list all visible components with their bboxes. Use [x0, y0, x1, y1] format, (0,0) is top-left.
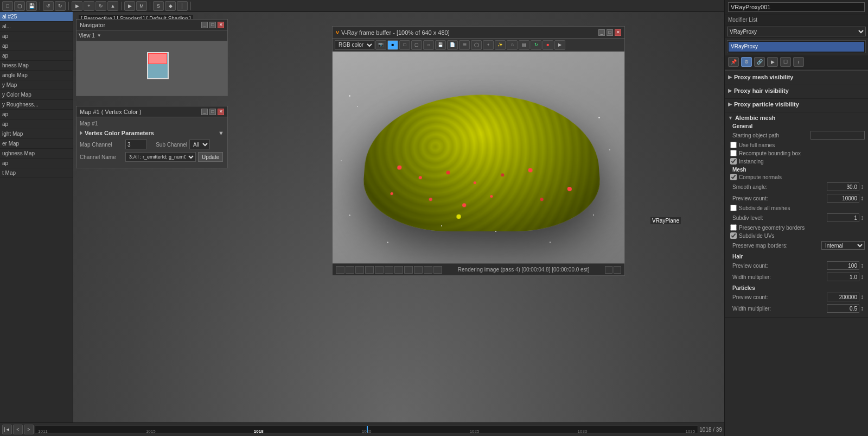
left-panel-item-ap2[interactable]: ap	[0, 41, 73, 51]
alembic-mesh-title[interactable]: ▼ Alembic mesh	[728, 115, 865, 121]
fb-color3-btn[interactable]: ▢	[411, 40, 422, 50]
recompute-bb-checkbox[interactable]	[730, 150, 737, 156]
navigator-close[interactable]: ✕	[218, 22, 224, 28]
fb-close[interactable]: ✕	[615, 29, 621, 36]
toolbar-mirror[interactable]: ◆	[165, 1, 176, 11]
left-panel-item-er[interactable]: er Map	[0, 139, 73, 149]
particles-preview-count-input[interactable]	[827, 293, 859, 301]
toolbar-material[interactable]: M	[136, 1, 147, 11]
starting-object-path-input[interactable]	[810, 131, 865, 140]
left-panel-item-y[interactable]: y Map	[0, 80, 73, 90]
fb-zoom-btn[interactable]: ▶	[554, 40, 565, 50]
object-name-input[interactable]	[728, 2, 865, 12]
map-minimize[interactable]: _	[201, 109, 208, 115]
rp-icon-info[interactable]: i	[793, 57, 804, 67]
toolbar-snap[interactable]: S	[153, 1, 164, 11]
preserve-geo-checkbox[interactable]	[730, 224, 737, 231]
fb-minimize[interactable]: _	[598, 29, 605, 36]
subdivide-all-checkbox[interactable]	[730, 205, 737, 211]
fb-stop-btn[interactable]: ■	[542, 40, 553, 50]
toolbar-scale[interactable]: ▲	[107, 1, 118, 11]
fb-hist-btn[interactable]: ▤	[519, 40, 529, 50]
fb-lens-btn[interactable]: ◯	[471, 40, 482, 50]
toolbar-open[interactable]: ▢	[14, 1, 25, 11]
left-panel-item-ugh[interactable]: ughness Map	[0, 149, 73, 159]
compute-normals-checkbox[interactable]	[730, 174, 737, 180]
left-panel-item-ap1[interactable]: ap	[0, 31, 73, 41]
toolbar-save[interactable]: 💾	[26, 1, 37, 11]
particles-width-input[interactable]	[827, 304, 859, 313]
toolbar-align[interactable]: │	[177, 1, 188, 11]
toolbar-move[interactable]: +	[84, 1, 94, 11]
fb-color2-btn[interactable]: □	[399, 40, 410, 50]
hair-preview-count-spinner[interactable]: ↕	[859, 262, 865, 269]
color-mode-select[interactable]: RGB color	[335, 40, 374, 50]
rp-icon-wrench[interactable]: ⚙	[741, 57, 752, 67]
preserve-map-borders-select[interactable]: Internal None Fixed	[821, 241, 865, 250]
fb-wand-btn[interactable]: ✨	[495, 40, 506, 50]
map-channel-input[interactable]	[125, 140, 147, 149]
subdivide-uvs-checkbox[interactable]	[730, 232, 737, 239]
fb-refresh-btn[interactable]: ↻	[531, 40, 541, 50]
fb-color1-btn[interactable]: ■	[387, 40, 398, 50]
fb-cross-btn[interactable]: +	[483, 40, 494, 50]
left-panel-item-yrough[interactable]: y Roughness...	[0, 100, 73, 110]
toolbar-rotate[interactable]: ↻	[95, 1, 106, 11]
fb-circle-btn[interactable]: ○	[423, 40, 434, 50]
smooth-angle-input[interactable]	[827, 182, 859, 191]
fb-save1-btn[interactable]: 💾	[435, 40, 446, 50]
channel-name-select[interactable]: 3:All : r_emitterId; g_numCi	[125, 152, 196, 162]
use-full-names-checkbox[interactable]	[730, 142, 737, 148]
modifier-item-vrayproxy[interactable]: VRayProxy	[729, 42, 864, 52]
modifier-list-select[interactable]: VRayProxy	[727, 27, 866, 36]
left-panel-item-angle[interactable]: angle Map	[0, 71, 73, 80]
map-close[interactable]: ✕	[218, 109, 224, 115]
toolbar-new[interactable]: □	[2, 1, 13, 11]
left-panel-item-t[interactable]: t Map	[0, 168, 73, 178]
toolbar-select[interactable]: ▶	[72, 1, 82, 11]
navigator-minimize[interactable]: _	[201, 22, 208, 28]
left-panel-item-ap5[interactable]: ap	[0, 119, 73, 129]
smooth-angle-spinner[interactable]: ↕	[859, 183, 865, 191]
left-panel-item-ap6[interactable]: ap	[0, 159, 73, 168]
timeline-prev-btn[interactable]: <	[13, 425, 23, 434]
update-button[interactable]: Update	[198, 152, 223, 162]
preview-count-spinner[interactable]: ↕	[859, 194, 865, 202]
left-panel-item-ap4[interactable]: ap	[0, 110, 73, 119]
hair-width-spinner[interactable]: ↕	[859, 273, 865, 281]
proxy-hair-visibility-title[interactable]: ▶ Proxy hair visibility	[728, 87, 865, 94]
toolbar-render[interactable]: ▶	[124, 1, 135, 11]
toolbar-redo[interactable]: ↻	[55, 1, 66, 11]
navigator-view-arrow[interactable]: ▼	[97, 33, 101, 38]
rp-icon-pin[interactable]: 📌	[728, 57, 739, 67]
fb-save2-btn[interactable]: 📄	[447, 40, 458, 50]
instancing-checkbox[interactable]	[730, 158, 737, 165]
left-panel-item-highlight[interactable]: al #25	[0, 12, 73, 22]
left-panel-item-ap3[interactable]: ap	[0, 51, 73, 61]
left-panel-item-ycolor[interactable]: y Color Map	[0, 90, 73, 100]
particles-preview-count-spinner[interactable]: ↕	[859, 293, 865, 301]
timeline-bar[interactable]: 1011 1015 1018 1020 1025 1030 1035	[35, 426, 698, 433]
left-panel-item-hness[interactable]: hness Map	[0, 61, 73, 71]
proxy-particle-visibility-title[interactable]: ▶ Proxy particle visibility	[728, 101, 865, 108]
hair-preview-count-input[interactable]	[827, 261, 859, 270]
navigator-maximize[interactable]: □	[209, 22, 216, 28]
sub-channel-select[interactable]: All	[189, 140, 210, 149]
map-maximize[interactable]: □	[209, 109, 216, 115]
hair-width-input[interactable]	[827, 273, 859, 281]
rp-icon-layers[interactable]: ☐	[780, 57, 791, 67]
fb-maximize[interactable]: □	[607, 29, 613, 36]
fb-display-btn[interactable]: ♘	[507, 40, 518, 50]
left-panel-item-ight[interactable]: ight Map	[0, 129, 73, 139]
fb-cam-btn[interactable]: 📷	[375, 40, 386, 50]
left-panel-item-al[interactable]: al...	[0, 22, 73, 31]
fb-load-btn[interactable]: ☰	[459, 40, 470, 50]
subdiv-level-spinner[interactable]: ↕	[859, 214, 865, 222]
toolbar-undo[interactable]: ↺	[43, 1, 54, 11]
rp-icon-anim[interactable]: ▶	[767, 57, 778, 67]
particles-width-spinner[interactable]: ↕	[859, 305, 865, 312]
preview-count-input[interactable]	[827, 194, 859, 203]
subdiv-level-input[interactable]	[827, 213, 859, 222]
rp-icon-link[interactable]: 🔗	[754, 57, 765, 67]
section-collapse[interactable]: ▼	[218, 130, 224, 136]
